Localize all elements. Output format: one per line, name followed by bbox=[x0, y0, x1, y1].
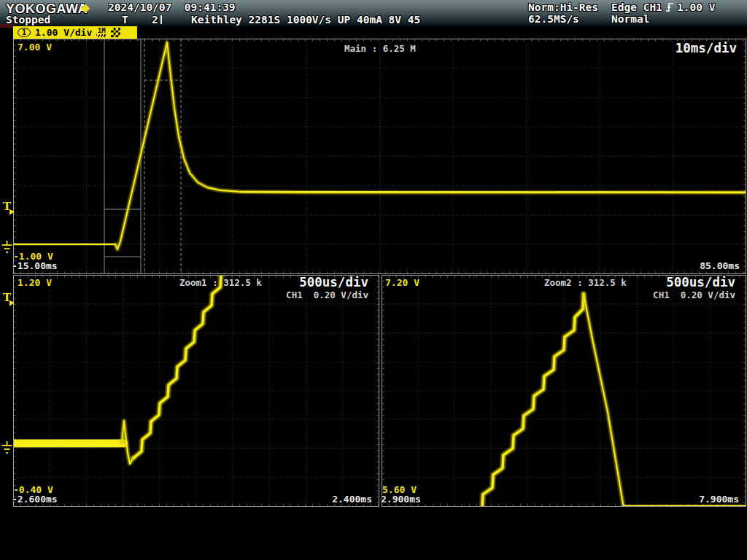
zoom2-channel-scale: CH1 0.20 V/div bbox=[653, 289, 735, 300]
zoom2-time-left: 2.900ms bbox=[381, 494, 421, 505]
zoom1-record-label: Zoom1 : 312.5 k bbox=[179, 277, 262, 288]
zoom2-time-right: 7.900ms bbox=[699, 494, 739, 505]
zoom1-timebase: 500us/div bbox=[299, 275, 368, 289]
zoom2-timebase: 500us/div bbox=[666, 275, 735, 289]
trigger-level-marker-zoom1[interactable]: T bbox=[3, 292, 11, 303]
ground-marker-zoom1[interactable] bbox=[1, 440, 13, 458]
zoom1-channel-scale: CH1 0.20 V/div bbox=[286, 289, 368, 300]
trigger-level-marker-main[interactable]: T bbox=[3, 201, 11, 211]
main-voltage-top: 7.00 V bbox=[18, 42, 52, 52]
scope-canvas bbox=[0, 0, 747, 560]
main-timebase: 10ms/div bbox=[676, 41, 737, 55]
zoom1-voltage-top: 1.20 V bbox=[18, 277, 52, 288]
main-time-left: -15.00ms bbox=[12, 260, 58, 271]
main-record-length: Main : 6.25 M bbox=[344, 43, 416, 54]
oscilloscope-screen: YOKOGAWA ◆ 2024/10/07 09:41:39 Norm:Hi-R… bbox=[0, 0, 747, 560]
main-time-right: 85.00ms bbox=[700, 260, 740, 271]
zoom1-time-left: -2.600ms bbox=[12, 494, 58, 505]
zoom2-voltage-top: 7.20 V bbox=[385, 277, 419, 288]
zoom2-record-label: Zoom2 : 312.5 k bbox=[544, 277, 627, 288]
zoom1-time-right: 2.400ms bbox=[332, 494, 372, 505]
ground-marker-main[interactable] bbox=[1, 240, 13, 257]
